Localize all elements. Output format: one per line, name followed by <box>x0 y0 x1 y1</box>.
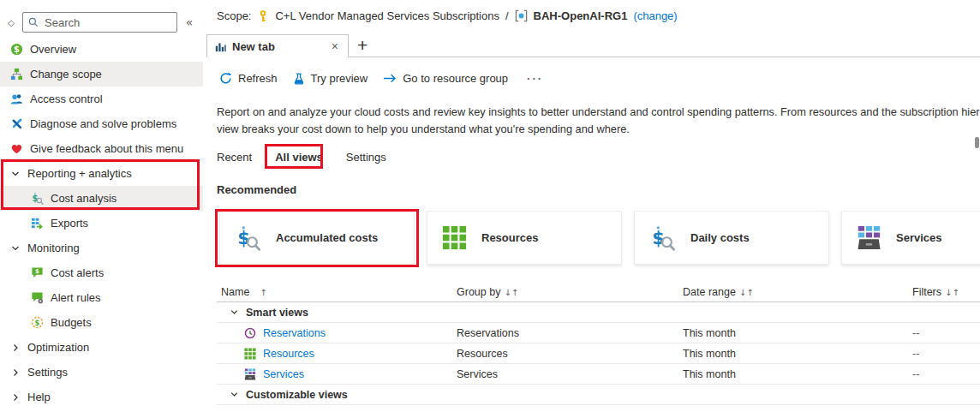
page-description: Report on and analyze your cloud costs a… <box>217 104 980 138</box>
cost-analysis-icon: $ <box>31 192 44 205</box>
chevron-down-icon <box>10 169 21 179</box>
dollar-magnifier-icon: $ <box>649 224 676 251</box>
column-header-filters[interactable]: Filters↓↑ <box>912 286 980 298</box>
chevron-right-icon <box>10 392 21 403</box>
scope-separator: / <box>505 9 509 22</box>
sidebar-group-help[interactable]: Help <box>0 385 203 409</box>
tab-settings[interactable]: Settings <box>346 151 386 164</box>
sidebar-item-feedback[interactable]: Give feedback about this menu <box>0 136 203 161</box>
tools-icon <box>10 117 23 130</box>
sidebar-item-budgets[interactable]: $ Budgets <box>0 310 203 335</box>
active-view-tab[interactable]: New tab × <box>206 34 349 57</box>
sidebar-item-overview[interactable]: $ Overview <box>0 37 203 62</box>
sidebar-group-optimization[interactable]: Optimization <box>0 335 203 360</box>
key-icon <box>257 10 269 22</box>
refresh-button[interactable]: Refresh <box>219 72 278 85</box>
sidebar-item-access-control[interactable]: Access control <box>0 87 203 111</box>
budgets-icon: $ <box>31 316 44 329</box>
add-tab-button[interactable]: + <box>357 36 368 55</box>
scope-subscription[interactable]: C+L Vendor Managed Services Subscription… <box>275 9 499 22</box>
chevron-down-icon <box>10 243 21 254</box>
column-header-name[interactable]: Name↑ <box>217 286 457 298</box>
sidebar-item-alert-rules[interactable]: Alert rules <box>0 285 203 310</box>
alert-rules-icon <box>31 291 44 304</box>
card-daily-costs[interactable]: $ Daily costs <box>634 211 829 265</box>
access-control-icon <box>10 93 23 105</box>
vertical-scrollbar-thumb[interactable] <box>975 137 979 148</box>
clock-icon <box>244 327 256 339</box>
bar-chart-icon <box>215 41 226 52</box>
tab-recent[interactable]: Recent <box>217 151 252 164</box>
scope-label: Scope: <box>217 9 251 22</box>
search-box[interactable] <box>22 12 177 33</box>
chevron-down-icon <box>230 308 239 317</box>
resource-group-icon <box>515 9 528 22</box>
refresh-icon <box>219 72 232 85</box>
scope-resource-group: BAH-OpenAI-RG1 <box>534 9 628 22</box>
exports-icon <box>31 217 44 230</box>
view-link[interactable]: Resources <box>263 348 314 360</box>
card-resources[interactable]: Resources <box>427 211 622 265</box>
sidebar-group-reporting-analytics[interactable]: Reporting + analytics <box>0 161 203 186</box>
command-bar: Refresh Try preview Go to resource group… <box>219 72 547 85</box>
svg-text:$: $ <box>14 45 20 54</box>
try-preview-button[interactable]: Try preview <box>293 72 368 85</box>
recommended-heading: Recommended <box>217 183 296 196</box>
cost-management-page: ◇ « $ Overview Change scope Access contr… <box>0 0 980 412</box>
description-line-2: view breaks your cost down to help you u… <box>217 121 980 138</box>
group-row-customizable-views[interactable]: Customizable views <box>217 385 980 405</box>
table-row-resources[interactable]: Resources Resources This month -- <box>217 343 980 364</box>
close-tab-icon[interactable]: × <box>330 39 340 53</box>
view-link[interactable]: Services <box>263 368 304 380</box>
sidebar-item-cost-alerts[interactable]: $ Cost alerts <box>0 260 203 285</box>
column-header-group-by[interactable]: Group by↓↑ <box>457 286 683 298</box>
sidebar: ◇ « $ Overview Change scope Access contr… <box>0 0 203 412</box>
group-row-smart-views[interactable]: Smart views <box>217 302 980 323</box>
dollar-magnifier-icon: $ <box>235 224 261 251</box>
view-link[interactable]: Reservations <box>263 327 326 339</box>
sort-both-icon: ↓↑ <box>504 288 518 297</box>
sidebar-group-monitoring[interactable]: Monitoring <box>0 236 203 260</box>
scope-breadcrumb: Scope: C+L Vendor Managed Services Subsc… <box>217 9 678 22</box>
services-grid-icon <box>244 368 256 380</box>
resources-grid-icon <box>442 225 467 250</box>
tab-divider <box>349 57 980 57</box>
chevron-right-icon <box>10 343 21 353</box>
go-to-resource-group-button[interactable]: Go to resource group <box>383 72 508 85</box>
sidebar-group-settings[interactable]: Settings <box>0 360 203 385</box>
sort-both-icon: ↓↑ <box>739 288 754 297</box>
views-table: Name↑ Group by↓↑ Date range↓↑ Filters↓↑ … <box>217 283 980 405</box>
table-row-reservations[interactable]: Reservations Reservations This month -- <box>217 323 980 343</box>
sidebar-item-change-scope[interactable]: Change scope <box>0 62 203 87</box>
table-row-services[interactable]: Services Services This month -- <box>217 364 980 385</box>
arrow-right-icon <box>383 73 397 84</box>
sidebar-item-cost-analysis[interactable]: $ Cost analysis <box>0 186 203 211</box>
chevron-down-icon <box>230 390 239 399</box>
card-accumulated-costs[interactable]: $ Accumulated costs <box>219 211 415 265</box>
search-input[interactable] <box>43 15 171 30</box>
sidebar-search-row: ◇ « <box>3 12 198 33</box>
sort-asc-icon: ↑ <box>260 288 266 297</box>
cost-alerts-icon: $ <box>31 266 44 279</box>
services-grid-icon <box>857 225 881 250</box>
sidebar-item-diagnose[interactable]: Diagnose and solve problems <box>0 111 203 136</box>
svg-text:$: $ <box>35 319 40 327</box>
dock-icon[interactable]: ◇ <box>3 18 19 27</box>
pivot-tabs: Recent All views Settings <box>217 151 386 164</box>
recommended-cards: $ Accumulated costs Resources $ Daily co… <box>219 211 980 271</box>
table-header: Name↑ Group by↓↑ Date range↓↑ Filters↓↑ <box>217 283 980 302</box>
tab-all-views[interactable]: All views <box>275 151 323 164</box>
change-scope-link[interactable]: (change) <box>633 9 677 22</box>
svg-text:$: $ <box>35 267 39 275</box>
beaker-icon <box>293 73 305 85</box>
card-services[interactable]: Services <box>841 211 980 265</box>
search-icon <box>28 17 39 27</box>
column-header-date-range[interactable]: Date range↓↑ <box>683 286 912 298</box>
sidebar-nav: $ Overview Change scope Access control D… <box>0 37 203 409</box>
chevron-right-icon <box>10 367 21 378</box>
sort-both-icon: ↓↑ <box>945 288 959 297</box>
sidebar-item-exports[interactable]: Exports <box>0 211 203 236</box>
more-commands-button[interactable]: ··· <box>523 72 547 85</box>
cost-management-icon: $ <box>10 43 23 56</box>
collapse-sidebar-icon[interactable]: « <box>181 15 198 29</box>
